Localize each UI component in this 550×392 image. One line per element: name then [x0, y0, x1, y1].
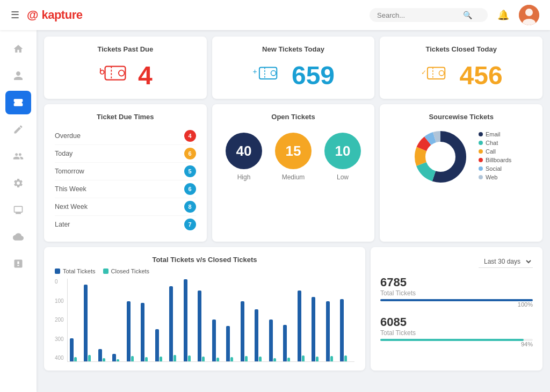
svg-point-15 — [439, 71, 444, 76]
avatar[interactable] — [519, 5, 539, 25]
closed-bar — [330, 356, 333, 361]
list-item: This Week 6 — [55, 180, 196, 198]
pie-chart — [411, 127, 470, 186]
sidebar-item-help[interactable] — [5, 252, 31, 275]
legend-total-tickets: Total Tickets — [55, 268, 96, 274]
sidebar-item-tickets[interactable] — [5, 91, 31, 114]
sidebar-item-users[interactable] — [5, 64, 31, 88]
due-times-list: Overdue 4 Today 6 Tomorrow 5 This Week 6 — [55, 127, 196, 233]
closed-bar — [103, 358, 105, 361]
high-label: High — [237, 173, 251, 181]
topnav: ☰ @ kapture 🔍 🔔 — [0, 0, 550, 30]
medium-bubble: 15 — [275, 133, 312, 169]
bar-group — [112, 354, 125, 361]
closed-bar — [316, 357, 319, 361]
closed-bar — [173, 355, 176, 361]
bar-chart-title: Total Tickets v/s Closed Tickets — [55, 256, 354, 264]
total-bar — [255, 309, 258, 361]
closed-today-icon: ✓ — [420, 63, 449, 88]
bell-icon[interactable]: 🔔 — [497, 9, 509, 21]
hamburger-icon[interactable]: ☰ — [11, 9, 19, 21]
ticket-circle-low: 10 Low — [324, 133, 361, 181]
bar-group — [155, 329, 168, 361]
total-bar — [84, 285, 88, 361]
stat-row-total: 6785 Total Tickets 100% — [380, 275, 533, 308]
bar-group — [326, 301, 338, 361]
search-input[interactable] — [377, 11, 463, 19]
stat-card-closed-today-title: Tickets Closed Today — [425, 45, 496, 53]
open-tickets-title: Open Tickets — [223, 113, 364, 121]
bar-group — [298, 291, 310, 361]
top-row: Tickets Past Due ! 4 — [44, 37, 542, 99]
closed-bar — [216, 358, 219, 361]
sidebar-item-contacts[interactable] — [5, 144, 31, 168]
stat-closed-label: Total Tickets — [380, 329, 533, 337]
stat-total-bar-fill — [380, 299, 533, 301]
bar-group — [184, 279, 196, 361]
bar-group — [98, 349, 111, 361]
total-bar — [141, 303, 144, 361]
total-bar — [326, 301, 330, 361]
total-bar — [212, 320, 216, 361]
bar-group — [241, 301, 253, 361]
svg-point-6 — [119, 70, 125, 76]
svg-text:+: + — [252, 67, 257, 76]
bars-container — [67, 279, 354, 362]
svg-rect-4 — [105, 67, 126, 80]
due-badge: 8 — [184, 201, 196, 213]
svg-text:✓: ✓ — [421, 69, 426, 76]
total-bar — [198, 291, 201, 361]
open-tickets-card: Open Tickets 40 High 15 Medium 10 Low — [212, 104, 375, 242]
total-bar — [283, 325, 287, 361]
bar-chart-area: 400 300 200 100 0 — [55, 279, 354, 362]
sidebar-item-monitor[interactable] — [5, 198, 31, 222]
closed-bar — [188, 355, 191, 361]
stat-card-new-today-title: New Tickets Today — [262, 45, 324, 53]
sidebar — [0, 30, 37, 392]
sidebar-item-edit[interactable] — [5, 118, 31, 141]
total-bar — [169, 286, 173, 361]
bar-group — [198, 291, 210, 361]
medium-label: Medium — [282, 173, 305, 181]
closed-bar — [160, 357, 162, 361]
sidebar-item-home[interactable] — [5, 37, 31, 61]
legend-item-email: Email — [479, 131, 511, 137]
stat-total-bar-bg — [380, 299, 533, 301]
bar-group — [84, 285, 96, 361]
logo: @ kapture — [27, 8, 82, 22]
total-bar — [70, 338, 74, 361]
legend-item-web: Web — [479, 174, 511, 180]
low-bubble: 10 — [324, 133, 361, 169]
total-bar — [112, 354, 116, 361]
stat-closed-number: 6085 — [380, 315, 533, 329]
total-bar — [241, 301, 244, 361]
due-badge: 4 — [184, 130, 196, 142]
bar-group — [283, 325, 295, 361]
total-bar — [184, 279, 187, 361]
pie-legend: Email Chat Call Billboards — [479, 131, 511, 183]
due-label: Overdue — [55, 132, 81, 140]
stat-card-closed-today: Tickets Closed Today ✓ 456 — [380, 37, 542, 99]
sourcewise-title: Sourcewise Tickets — [390, 113, 532, 121]
due-times-title: Ticket Due Times — [55, 113, 196, 121]
app-body: Tickets Past Due ! 4 — [0, 30, 550, 392]
list-item: Next Week 8 — [55, 198, 196, 216]
sidebar-item-settings[interactable] — [5, 171, 31, 195]
main-content: Tickets Past Due ! 4 — [37, 30, 550, 392]
due-label: Later — [55, 221, 70, 228]
bar-group — [255, 309, 267, 361]
date-filter-select[interactable]: Last 30 days — [479, 256, 533, 268]
list-item: Tomorrow 5 — [55, 163, 196, 180]
list-item: Overdue 4 — [55, 127, 196, 145]
legend-item-billboards: Billboards — [479, 157, 511, 163]
closed-bar — [344, 355, 347, 361]
svg-rect-9 — [259, 67, 277, 79]
total-bar — [340, 299, 344, 361]
sourcewise-body: Email Chat Call Billboards — [390, 127, 532, 186]
due-badge: 6 — [184, 183, 196, 195]
legend-closed-tickets: Closed Tickets — [103, 268, 150, 274]
mid-row: Ticket Due Times Overdue 4 Today 6 Tomor… — [44, 104, 542, 242]
total-bar — [269, 320, 273, 361]
sidebar-item-cloud[interactable] — [5, 225, 31, 249]
due-badge: 5 — [184, 165, 196, 177]
